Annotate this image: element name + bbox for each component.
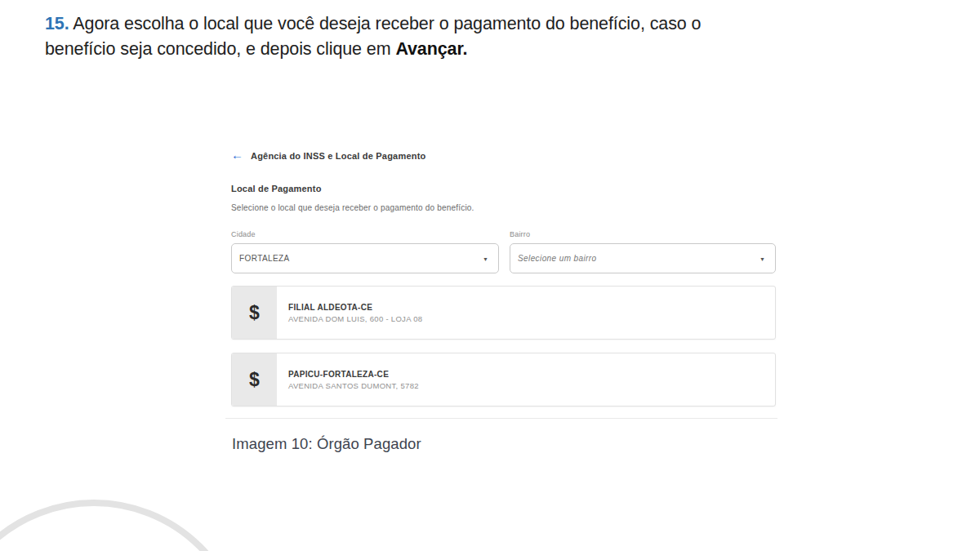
screenshot-header: ← Agência do INSS e Local de Pagamento (231, 149, 776, 162)
agency-list: $ FILIAL ALDEOTA-CE AVENIDA DOM LUIS, 60… (231, 286, 776, 407)
back-arrow-icon[interactable]: ← (231, 149, 243, 161)
image-caption: Imagem 10: Órgão Pagador (232, 435, 421, 453)
embedded-screenshot: ← Agência do INSS e Local de Pagamento L… (231, 149, 776, 407)
section-description: Selecione o local que deseja receber o p… (231, 203, 776, 212)
cidade-value: FORTALEZA (239, 254, 290, 263)
list-item-agency[interactable]: $ FILIAL ALDEOTA-CE AVENIDA DOM LUIS, 60… (231, 286, 776, 340)
bairro-select[interactable]: Selecione um bairro ▼ (510, 243, 776, 273)
cidade-label: Cidade (231, 230, 499, 238)
agency-name: FILIAL ALDEOTA-CE (288, 303, 422, 312)
agency-address: AVENIDA SANTOS DUMONT, 5782 (288, 381, 419, 390)
document-page: 15. Agora escolha o local que você desej… (0, 0, 980, 551)
field-cidade: Cidade FORTALEZA ▼ (231, 230, 499, 273)
agency-info: PAPICU-FORTALEZA-CE AVENIDA SANTOS DUMON… (277, 353, 419, 406)
decorative-arc (0, 500, 247, 551)
divider (225, 418, 777, 419)
list-item-agency[interactable]: $ PAPICU-FORTALEZA-CE AVENIDA SANTOS DUM… (231, 353, 776, 407)
money-icon: $ (232, 353, 277, 406)
instruction-number: 15. (45, 14, 69, 33)
agency-address: AVENIDA DOM LUIS, 600 - LOJA 08 (288, 314, 422, 323)
bairro-placeholder: Selecione um bairro (518, 254, 597, 263)
instruction-line1: Agora escolha o local que você deseja re… (69, 14, 702, 33)
money-icon: $ (232, 287, 277, 339)
agency-name: PAPICU-FORTALEZA-CE (288, 370, 419, 379)
field-bairro: Bairro Selecione um bairro ▼ (510, 230, 776, 273)
filter-fields: Cidade FORTALEZA ▼ Bairro Selecione um b… (231, 230, 776, 273)
cidade-select[interactable]: FORTALEZA ▼ (231, 243, 499, 273)
chevron-down-icon[interactable]: ▼ (760, 256, 765, 261)
section-title: Local de Pagamento (231, 184, 776, 193)
screen-title: Agência do INSS e Local de Pagamento (251, 151, 425, 161)
instruction-text: 15. Agora escolha o local que você desej… (45, 11, 870, 61)
instruction-line2: benefício seja concedido, e depois cliqu… (45, 39, 395, 59)
instruction-bold-avancar: Avançar. (395, 39, 467, 59)
agency-info: FILIAL ALDEOTA-CE AVENIDA DOM LUIS, 600 … (277, 287, 422, 339)
chevron-down-icon[interactable]: ▼ (483, 256, 488, 261)
bairro-label: Bairro (510, 230, 776, 238)
